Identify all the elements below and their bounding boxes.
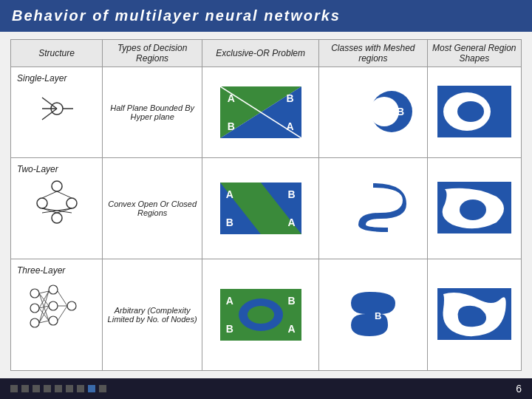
header-meshed: Classes with Meshed regions xyxy=(319,40,428,67)
svg-point-34 xyxy=(49,285,58,294)
svg-line-47 xyxy=(58,291,67,306)
svg-point-18 xyxy=(52,213,62,223)
header-types: Types of Decision Regions xyxy=(102,40,202,67)
meshed-single: B xyxy=(319,67,428,158)
svg-point-52 xyxy=(248,306,274,324)
two-layer-icon xyxy=(17,177,98,225)
title-bar: Behavior of multilayer neural networks xyxy=(0,0,532,32)
svg-point-33 xyxy=(30,318,39,327)
nav-dot-6[interactable] xyxy=(66,385,73,392)
structure-label-three: Three-Layer xyxy=(11,259,103,370)
meshed-two: B xyxy=(319,157,428,259)
bottom-navigation: 6 xyxy=(0,378,532,399)
nav-dots-container xyxy=(10,385,106,392)
svg-point-10 xyxy=(369,97,399,126)
svg-point-36 xyxy=(49,316,58,325)
main-table: Structure Types of Decision Regions Excl… xyxy=(10,39,522,371)
structure-label-single: Single-Layer xyxy=(11,67,103,158)
table-row: Single-Layer xyxy=(11,67,522,158)
xor-single: A B B A xyxy=(202,67,319,158)
svg-point-37 xyxy=(67,301,76,310)
table-row: Two-Layer xyxy=(11,157,522,259)
header-xor: Exclusive-OR Problem xyxy=(202,40,319,67)
general-three xyxy=(427,259,521,370)
nav-dot-5[interactable] xyxy=(55,385,62,392)
xor-two: A B B A xyxy=(202,157,319,259)
svg-text:B: B xyxy=(384,201,391,212)
svg-point-16 xyxy=(37,198,47,208)
nav-dot-3[interactable] xyxy=(33,385,40,392)
svg-line-19 xyxy=(42,191,57,198)
slide-title: Behavior of multilayer neural networks xyxy=(12,7,341,24)
svg-text:B: B xyxy=(397,106,404,117)
types-label-three: Arbitrary (Complexity Limited by No. of … xyxy=(102,259,202,370)
header-structure: Structure xyxy=(11,40,103,67)
svg-line-41 xyxy=(39,291,49,308)
single-layer-icon xyxy=(17,86,98,127)
svg-line-20 xyxy=(57,191,72,198)
types-label-two: Convex Open Or Closed Regions xyxy=(102,157,202,259)
types-label-single: Half Plane Bounded By Hyper plane xyxy=(102,67,202,158)
nav-dot-2[interactable] xyxy=(21,385,29,392)
svg-point-32 xyxy=(30,304,39,313)
nav-dot-4[interactable] xyxy=(44,385,51,392)
svg-text:B: B xyxy=(375,310,381,321)
svg-line-46 xyxy=(39,321,49,323)
header-general: Most General Region Shapes xyxy=(427,40,521,67)
svg-point-35 xyxy=(49,301,58,310)
three-layer-icon xyxy=(17,279,98,334)
meshed-three: B xyxy=(319,259,428,370)
svg-line-44 xyxy=(39,291,49,323)
svg-line-49 xyxy=(58,306,67,321)
svg-point-15 xyxy=(52,181,62,191)
general-single xyxy=(427,67,521,158)
table-row: Three-Layer xyxy=(11,259,522,370)
svg-line-38 xyxy=(39,291,49,293)
slide: Behavior of multilayer neural networks S… xyxy=(0,0,532,399)
structure-label-two: Two-Layer xyxy=(11,157,103,259)
nav-dot-8[interactable] xyxy=(88,385,95,392)
svg-line-45 xyxy=(39,306,49,323)
svg-point-31 xyxy=(30,289,39,298)
nav-dot-9[interactable] xyxy=(99,385,106,392)
xor-three: A B B A xyxy=(202,259,319,370)
svg-point-30 xyxy=(460,200,486,220)
general-two xyxy=(427,157,521,259)
nav-dot-7[interactable] xyxy=(77,385,84,392)
nav-dot-1[interactable] xyxy=(10,385,18,392)
slide-number: 6 xyxy=(516,383,522,395)
svg-point-17 xyxy=(66,198,77,208)
svg-point-14 xyxy=(457,101,484,122)
content-area: Structure Types of Decision Regions Excl… xyxy=(0,32,532,378)
